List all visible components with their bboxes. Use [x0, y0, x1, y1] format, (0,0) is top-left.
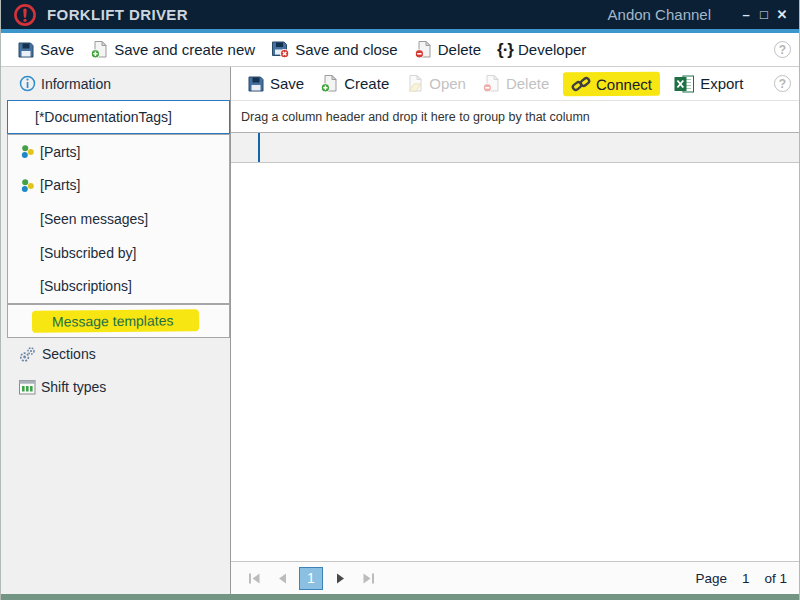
page-info: Page 1 of 1: [695, 571, 787, 586]
title-bar: FORKLIFT DRIVER Andon Channel – □ ✕: [1, 0, 799, 29]
sidebar-item-label: Shift types: [41, 379, 106, 395]
pager-bar: 1 Page 1 of 1: [231, 561, 799, 594]
save-label: Save: [40, 41, 74, 58]
row-indicator-cell: [231, 133, 258, 162]
content-area: Information [*DocumentationTags] [Parts]: [1, 67, 799, 594]
code-braces-icon: {·}: [497, 40, 513, 60]
sidebar-item-subscriptions[interactable]: [Subscriptions]: [8, 269, 229, 303]
window-bottom-border: [1, 594, 799, 600]
sidebar-item-label: Message templates: [52, 312, 174, 329]
sidebar: Information [*DocumentationTags] [Parts]: [1, 67, 231, 594]
panel-save-button[interactable]: Save: [239, 72, 312, 96]
save-and-close-label: Save and close: [295, 41, 398, 58]
sidebar-item-label: [Subscribed by]: [40, 245, 137, 261]
sidebar-item-label: [Parts]: [40, 177, 80, 193]
panel-save-label: Save: [270, 75, 304, 92]
shift-table-icon: [19, 380, 36, 395]
panel-delete-label: Delete: [506, 75, 549, 92]
gears-icon: [19, 346, 37, 363]
delete-label: Delete: [438, 41, 481, 58]
sidebar-item-label: [Seen messages]: [40, 211, 148, 227]
help-icon[interactable]: ?: [774, 41, 791, 58]
excel-icon: [674, 75, 695, 93]
save-and-create-new-label: Save and create new: [114, 41, 255, 58]
panel-toolbar: Save Create: [231, 67, 799, 101]
first-page-button[interactable]: [243, 567, 265, 589]
sidebar-item-information[interactable]: Information: [1, 67, 230, 100]
panel-export-button[interactable]: Export: [666, 72, 751, 96]
panel-create-button[interactable]: Create: [312, 71, 397, 96]
last-page-button[interactable]: [357, 567, 379, 589]
panel-open-label: Open: [429, 75, 466, 92]
panel-help-icon[interactable]: ?: [774, 75, 791, 92]
parts-icon: [20, 178, 35, 193]
column-resize-line: [258, 133, 260, 162]
page-open-icon: [405, 74, 424, 93]
sidebar-group: [Parts] [Parts] [Seen messages] [Subscri…: [7, 134, 230, 304]
current-page-button[interactable]: 1: [299, 567, 323, 590]
sidebar-item-message-templates[interactable]: Message templates: [7, 304, 230, 338]
close-button[interactable]: ✕: [773, 7, 791, 22]
page-plus-icon: [320, 74, 339, 93]
floppy-disk-icon: [17, 41, 35, 59]
developer-button[interactable]: {·} Developer: [489, 37, 594, 63]
panel-connect-button[interactable]: Connect: [563, 71, 660, 96]
group-by-bar[interactable]: Drag a column header and drop it here to…: [231, 101, 799, 133]
sidebar-item-sections[interactable]: Sections: [1, 338, 230, 371]
app-window: FORKLIFT DRIVER Andon Channel – □ ✕ Save…: [0, 0, 800, 600]
sidebar-item-seen-messages[interactable]: [Seen messages]: [8, 202, 229, 236]
page-minus-icon: [414, 40, 433, 59]
sidebar-item-label: Sections: [42, 346, 96, 362]
panel-connect-label: Connect: [596, 75, 652, 92]
sidebar-item-shift-types[interactable]: Shift types: [1, 371, 230, 404]
maximize-button[interactable]: □: [755, 7, 773, 22]
sidebar-item-label: [Subscriptions]: [40, 278, 132, 294]
page-number: 1: [742, 571, 750, 586]
main-toolbar: Save Save and create new Save and close: [1, 33, 799, 67]
chain-link-icon: [571, 75, 591, 93]
grid-body-empty[interactable]: [231, 163, 799, 561]
next-page-button[interactable]: [329, 567, 351, 589]
delete-button[interactable]: Delete: [406, 37, 489, 62]
highlight-marker: Message templates: [32, 309, 200, 333]
page-label: Page: [695, 571, 727, 586]
alert-exclamation-icon: [13, 3, 37, 27]
info-icon: [19, 75, 36, 92]
save-button[interactable]: Save: [9, 38, 82, 62]
panel-delete-button: Delete: [474, 71, 557, 96]
floppy-disk-icon: [247, 75, 265, 93]
floppy-close-icon: [271, 40, 290, 59]
grid-column-header-row[interactable]: [231, 133, 799, 163]
main-panel: Save Create: [231, 67, 799, 594]
sidebar-item-parts-2[interactable]: [Parts]: [8, 169, 229, 203]
panel-open-button: Open: [397, 71, 474, 96]
channel-label: Andon Channel: [608, 6, 711, 23]
sidebar-item-label: [*DocumentationTags]: [35, 109, 172, 125]
save-and-close-button[interactable]: Save and close: [263, 37, 406, 62]
group-by-hint: Drag a column header and drop it here to…: [241, 110, 590, 124]
sidebar-item-label: Information: [41, 76, 111, 92]
previous-page-button[interactable]: [271, 567, 293, 589]
page-minus-icon: [482, 74, 501, 93]
sidebar-item-label: [Parts]: [40, 144, 80, 160]
minimize-button[interactable]: –: [737, 7, 755, 22]
panel-export-label: Export: [700, 75, 743, 92]
save-and-create-new-button[interactable]: Save and create new: [82, 37, 263, 62]
panel-create-label: Create: [344, 75, 389, 92]
developer-label: Developer: [518, 41, 586, 58]
page-of-label: of 1: [764, 571, 787, 586]
parts-icon: [20, 144, 35, 159]
sidebar-item-parts-1[interactable]: [Parts]: [8, 135, 229, 169]
window-title: FORKLIFT DRIVER: [47, 6, 188, 23]
sidebar-item-documentationtags[interactable]: [*DocumentationTags]: [7, 100, 230, 134]
sidebar-item-subscribed-by[interactable]: [Subscribed by]: [8, 236, 229, 270]
page-plus-icon: [90, 40, 109, 59]
